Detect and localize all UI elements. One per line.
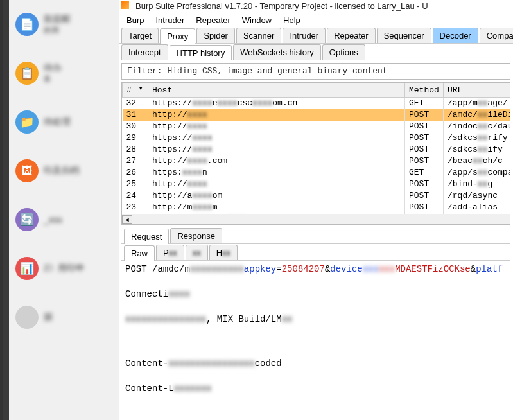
table-row[interactable]: 23http://mxxxxmPOST/add-alias bbox=[123, 202, 511, 213]
sidebar-icon: 🔄 bbox=[15, 208, 39, 231]
tab-response[interactable]: Response bbox=[170, 228, 222, 243]
sidebar-item[interactable]: 📊2》用印申 bbox=[3, 254, 119, 283]
sidebar-label: _xss bbox=[44, 214, 62, 225]
table-row[interactable]: 25http://xxxxPOST/bind-xxg bbox=[123, 179, 511, 190]
main-area: Burp Suite Professional v1.7.20 - Tempor… bbox=[119, 0, 513, 420]
tab-sequencer[interactable]: Sequencer bbox=[377, 28, 431, 43]
http-history-table: #▼HostMethodURL 32https://xxxxexxxxcscxx… bbox=[121, 82, 510, 225]
col-header[interactable]: URL bbox=[444, 83, 511, 98]
menu-window[interactable]: Window bbox=[237, 14, 277, 26]
filter-bar[interactable]: Filter: Hiding CSS, image and general bi… bbox=[121, 63, 510, 80]
scroll-left-icon[interactable]: ◄ bbox=[122, 215, 132, 224]
sidebar-label: 印及归档 bbox=[44, 165, 80, 177]
left-sidebar: 📄批提醒的用📋待办务📁待处理🖼印及归档🔄_xss📊2》用印申据 bbox=[0, 0, 119, 420]
table-row[interactable]: 30http://xxxxPOST/indocxxc/dau bbox=[123, 121, 511, 132]
table-row[interactable]: 27http://xxxx.comPOST/beacxxch/c bbox=[123, 155, 511, 167]
table-row[interactable]: 28https://xxxxPOST/sdkcsxxify bbox=[123, 144, 511, 155]
table-row[interactable]: 29https://xxxxPOST/sdkcsxxrify bbox=[123, 132, 511, 144]
rawtab[interactable]: Pxx bbox=[156, 245, 184, 260]
window-title-bar: Burp Suite Professional v1.7.20 - Tempor… bbox=[119, 0, 513, 13]
menu-bar: BurpIntruderRepeaterWindowHelp bbox=[119, 13, 513, 27]
tab-repeater[interactable]: Repeater bbox=[327, 28, 375, 43]
tab-decoder[interactable]: Decoder bbox=[433, 28, 478, 43]
sidebar-item[interactable]: 🔄_xss bbox=[3, 205, 119, 234]
sidebar-icon: 🖼 bbox=[15, 159, 39, 182]
subtab-intercept[interactable]: Intercept bbox=[121, 44, 168, 60]
rawtab[interactable]: xx bbox=[186, 245, 208, 260]
main-tabs: TargetProxySpiderScannerIntruderRepeater… bbox=[119, 27, 513, 44]
tab-scanner[interactable]: Scanner bbox=[236, 28, 281, 43]
sidebar-icon: 📊 bbox=[15, 257, 39, 280]
col-header[interactable]: Method bbox=[405, 83, 444, 98]
subtab-http-history[interactable]: HTTP history bbox=[170, 45, 232, 60]
sidebar-icon: 📄 bbox=[15, 13, 39, 36]
tab-target[interactable]: Target bbox=[121, 28, 159, 43]
tab-intruder[interactable]: Intruder bbox=[283, 28, 326, 43]
col-header[interactable]: Host bbox=[148, 83, 405, 98]
rawtab[interactable]: Hxx bbox=[209, 245, 238, 260]
sidebar-icon bbox=[15, 306, 39, 329]
table-row[interactable]: 26https:xxxxnGET/app/sxxcompa bbox=[123, 167, 511, 179]
table-row[interactable]: 24http://axxxxomPOST/rqd/async bbox=[123, 190, 511, 202]
rawtab[interactable]: Raw bbox=[124, 245, 155, 261]
raw-subtabs: RawPxxxxHxx bbox=[121, 244, 510, 261]
sidebar-label: 待办 bbox=[44, 62, 62, 74]
sidebar-item[interactable]: 据 bbox=[3, 302, 119, 332]
sidebar-label: 批提醒 bbox=[44, 13, 71, 25]
sidebar-item[interactable]: 📄批提醒的用 bbox=[3, 10, 119, 39]
menu-repeater[interactable]: Repeater bbox=[191, 14, 235, 26]
proxy-subtabs: InterceptHTTP historyWebSockets historyO… bbox=[119, 44, 513, 60]
tab-comparer[interactable]: Comparer bbox=[480, 28, 513, 43]
col-header[interactable]: #▼ bbox=[123, 83, 148, 98]
sidebar-item[interactable]: 🖼印及归档 bbox=[3, 156, 119, 186]
table-row[interactable]: 32https://xxxxexxxxcscxxxxom.cnGET/app/m… bbox=[123, 98, 511, 109]
request-response-tabs: RequestResponse bbox=[121, 227, 510, 244]
sidebar-sub: 的用 bbox=[44, 25, 71, 36]
sidebar-sub: 务 bbox=[44, 74, 62, 85]
subtab-websockets-history[interactable]: WebSockets history bbox=[233, 44, 321, 60]
table-row[interactable]: 31http://xxxxPOST/amdc/xxileDi bbox=[123, 109, 511, 121]
request-raw-body[interactable]: POST /amdc/mxxxxxxxxxxappkey=25084207&de… bbox=[121, 261, 510, 420]
menu-help[interactable]: Help bbox=[278, 14, 306, 26]
subtab-options[interactable]: Options bbox=[322, 44, 365, 60]
tab-spider[interactable]: Spider bbox=[196, 28, 235, 43]
sidebar-item[interactable]: 📋待办务 bbox=[3, 58, 119, 88]
window-title: Burp Suite Professional v1.7.20 - Tempor… bbox=[135, 1, 428, 11]
sidebar-icon: 📋 bbox=[15, 62, 39, 85]
sidebar-label: 2》用印申 bbox=[44, 263, 85, 274]
sidebar-label: 据 bbox=[44, 311, 53, 323]
h-scrollbar[interactable]: ◄ bbox=[122, 214, 510, 224]
menu-burp[interactable]: Burp bbox=[121, 14, 149, 26]
menu-intruder[interactable]: Intruder bbox=[150, 14, 189, 26]
sidebar-icon: 📁 bbox=[15, 110, 39, 134]
sidebar-item[interactable]: 📁待处理 bbox=[3, 107, 119, 137]
sidebar-label: 待处理 bbox=[44, 116, 71, 128]
app-icon bbox=[121, 1, 129, 9]
tab-request[interactable]: Request bbox=[124, 229, 169, 244]
tab-proxy[interactable]: Proxy bbox=[160, 28, 195, 44]
